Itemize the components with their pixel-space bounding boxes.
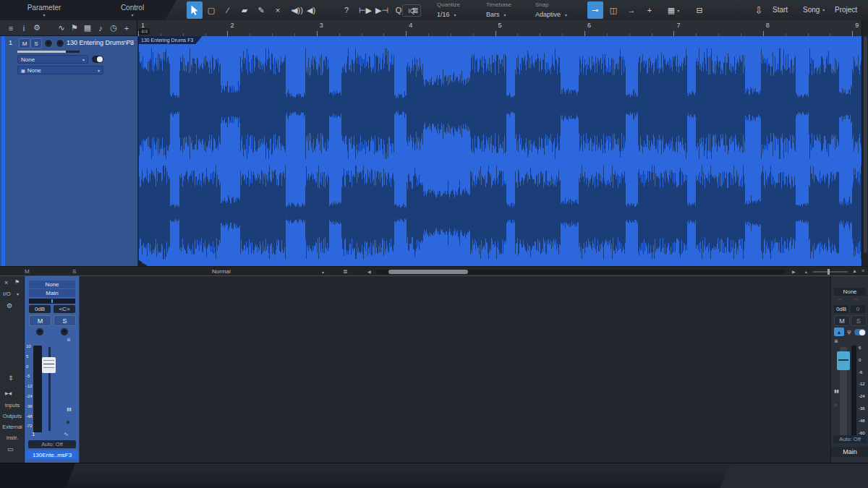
chevron-down-icon[interactable]: ▾ — [17, 291, 19, 296]
bank-item-instr[interactable]: Instr. — [0, 435, 25, 441]
arranger-track-icon[interactable]: ▦ — [81, 22, 94, 34]
channel-output-slot[interactable]: Main — [29, 289, 75, 297]
grid-settings-dropdown[interactable]: ▦ ▾ — [663, 1, 684, 19]
main-insert-slot[interactable]: None — [834, 288, 866, 296]
fader-handle[interactable] — [42, 357, 56, 373]
project-page-button[interactable]: Project — [835, 6, 857, 14]
vertical-scrollbar[interactable] — [861, 20, 868, 266]
main-automation-button[interactable]: Auto: Off — [833, 435, 867, 443]
arrow-tool[interactable] — [187, 1, 203, 19]
help-button[interactable]: ? — [339, 1, 354, 19]
listen-volume-icon[interactable]: ◀)) — [289, 1, 305, 19]
channel-monitor-button[interactable] — [60, 328, 69, 336]
channel-name-label[interactable]: 130Ente..msF3 — [26, 450, 78, 459]
meter-mode-icon[interactable]: ▮▮ — [834, 388, 839, 393]
edit-cursor-button[interactable]: ◫ — [605, 1, 621, 19]
main-mute-button[interactable]: M — [834, 315, 850, 326]
clip-name-tag[interactable]: 130 Entering Drums F3 — [138, 36, 202, 44]
pan-knob-icon[interactable]: ● — [66, 418, 70, 426]
play-to-selection-button[interactable]: ▶⊣ — [374, 1, 390, 19]
monitor-button[interactable] — [56, 39, 64, 48]
eraser-tool[interactable]: ▰ — [237, 1, 252, 19]
automation-icon[interactable]: ∿ — [55, 22, 68, 34]
channel-solo-button[interactable]: S — [54, 315, 76, 326]
main-gain-value[interactable]: 0dB — [834, 305, 848, 313]
bank-item-outputs[interactable]: Outputs — [0, 413, 25, 419]
zoom-in-icon[interactable]: ▲ — [852, 268, 857, 273]
range-tool[interactable]: ▢ — [203, 1, 219, 19]
start-page-button[interactable]: Start — [773, 6, 788, 14]
snap-cursor-button[interactable]: + — [642, 1, 658, 19]
listen-tool[interactable]: ◀) — [303, 1, 319, 19]
main-pan-value[interactable]: 0 — [851, 305, 865, 313]
zoom-out-icon[interactable]: ▲ — [804, 270, 808, 274]
zoom-menu-icon[interactable]: ≡ — [861, 268, 864, 273]
main-toggle[interactable] — [854, 329, 866, 335]
main-channel-label[interactable]: Main — [831, 447, 868, 457]
chord-track-icon[interactable]: ♪ — [94, 22, 107, 34]
record-arm-button[interactable] — [44, 39, 53, 48]
wrench-icon[interactable]: ⚙ — [7, 302, 12, 309]
vertical-scrollbar-handle[interactable] — [864, 36, 867, 253]
snap-dropdown[interactable]: Adaptive ▾ — [535, 11, 580, 18]
add-track-icon[interactable]: + — [120, 22, 133, 34]
inspector-icon[interactable]: i — [17, 22, 30, 34]
layers-icon[interactable]: ≣ — [343, 268, 348, 275]
install-download-icon[interactable]: ⇩ — [751, 1, 767, 19]
global-mute-button[interactable]: M — [25, 268, 30, 275]
track-header[interactable]: 1 M S 130 Entering Drums F3 ∿∿ None ▾ ▦ … — [0, 36, 138, 266]
channel-mute-button[interactable]: M — [29, 315, 51, 326]
time-signature-marker[interactable]: 4/4 — [139, 28, 150, 35]
main-fader-handle[interactable] — [837, 351, 850, 370]
insert-bypass-toggle[interactable] — [92, 56, 103, 63]
audio-clip[interactable]: 130 Entering Drums F3 ○ — [137, 36, 861, 266]
main-solo-button[interactable]: S — [851, 315, 867, 326]
pan-slider[interactable] — [29, 299, 75, 304]
track-height-dropdown[interactable]: Normal — [212, 268, 231, 275]
track-mute-button[interactable]: M — [19, 38, 30, 48]
track-volume-slider[interactable] — [17, 51, 80, 53]
track-setup-icon[interactable]: ⚙ — [30, 22, 43, 34]
zoom-slider-handle[interactable] — [827, 269, 830, 275]
channel-insert-slot[interactable]: None — [29, 281, 75, 288]
io-dropdown[interactable]: I/O — [3, 291, 11, 297]
tempo-track-icon[interactable]: ◷ — [107, 22, 120, 34]
quantize-dropdown[interactable]: 1/16 ▾ — [437, 11, 480, 18]
control-tab[interactable]: Control ▾ — [88, 0, 176, 20]
parameter-tab[interactable]: Parameter ▾ — [0, 0, 88, 20]
zoom-cursor-icon[interactable]: ▶ — [792, 269, 796, 274]
horizontal-scrollbar[interactable] — [376, 270, 786, 274]
plugin-rack-button[interactable]: ⊟ — [692, 1, 707, 19]
split-tool[interactable]: ∕ — [220, 1, 236, 19]
chevron-down-icon[interactable]: ▾ — [322, 270, 324, 275]
marker-track-icon[interactable]: ⚑ — [68, 22, 81, 34]
zoom-slider[interactable] — [813, 271, 848, 273]
timebase-dropdown[interactable]: Bars ▾ — [486, 11, 531, 18]
bank-item-external[interactable]: External — [0, 424, 25, 430]
collapse-icon[interactable]: ▶◀ — [5, 390, 12, 395]
bank-item-inputs[interactable]: Inputs — [0, 402, 25, 408]
autoscroll-button[interactable]: ⊸ — [587, 1, 603, 19]
global-solo-button[interactable]: S — [72, 268, 76, 275]
layers-icon[interactable]: ≣ — [834, 338, 838, 344]
send-slot-dropdown[interactable]: ▦ None ▾ — [17, 66, 103, 74]
insert-slot-dropdown[interactable]: None ▾ — [17, 55, 88, 64]
pin-icon[interactable]: ⚑ — [14, 279, 20, 286]
channel-record-arm-button[interactable] — [35, 328, 44, 336]
knob-icon[interactable]: ◠ — [854, 297, 858, 302]
reorder-icon[interactable]: ⇕ — [8, 374, 14, 382]
knob-icon[interactable]: ◠ — [838, 297, 842, 302]
talkback-mic-icon[interactable]: ψ — [847, 328, 851, 335]
scroll-left-icon[interactable]: ◀ — [367, 269, 371, 274]
mute-tool[interactable]: × — [270, 1, 286, 19]
pan-value[interactable]: <C> — [54, 305, 75, 313]
mono-check-button[interactable]: ▲ — [834, 328, 844, 336]
layers-icon[interactable]: ≣ — [67, 337, 71, 343]
horizontal-scrollbar-handle[interactable] — [388, 270, 468, 274]
track-solo-button[interactable]: S — [30, 38, 42, 48]
timeline-ruler[interactable]: 4/4 123456789 — [137, 20, 861, 37]
paint-tool[interactable]: ✎ — [253, 1, 269, 19]
play-from-selection-button[interactable]: ⊢▶ — [357, 1, 373, 19]
track-list-menu-icon[interactable]: ≡ — [4, 22, 17, 34]
pan-knob-icon[interactable]: ● — [833, 401, 838, 408]
